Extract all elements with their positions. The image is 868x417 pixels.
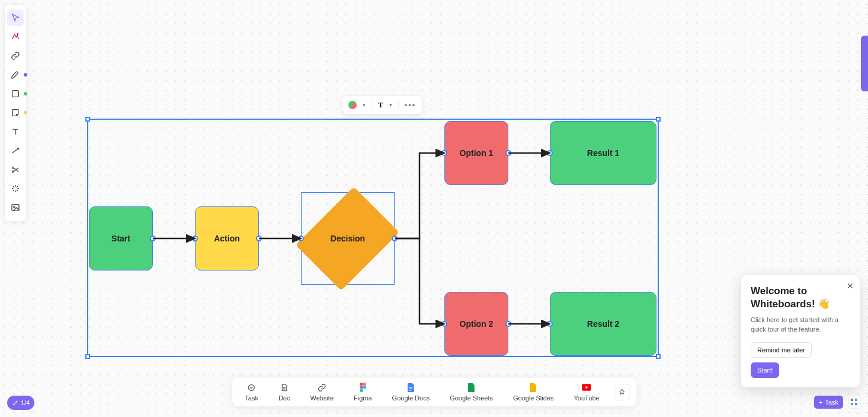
selection-toolbar: ▾ T ▾ ••• (342, 96, 422, 114)
grid-icon (851, 399, 858, 406)
svg-point-8 (363, 383, 366, 386)
insert-label: YouTube (574, 394, 599, 402)
insert-label: Figma (354, 394, 372, 402)
remind-later-button[interactable]: Remind me later (751, 342, 812, 358)
right-edge-tab[interactable] (861, 36, 868, 91)
svg-rect-1 (12, 91, 19, 97)
svg-rect-17 (855, 399, 857, 401)
anchor[interactable] (192, 235, 198, 241)
anchor[interactable] (505, 150, 511, 156)
selection-handle-br[interactable] (656, 354, 661, 359)
insert-label: Google Slides (513, 394, 554, 402)
selection-handle-tr[interactable] (656, 117, 661, 122)
popover-body: Click here to get started with a quick t… (751, 316, 850, 334)
svg-point-10 (363, 386, 366, 389)
tool-ai[interactable] (7, 28, 24, 45)
tool-image[interactable] (7, 199, 24, 216)
color-indicator-sticky (24, 111, 27, 114)
insert-google-slides[interactable]: Google Slides (506, 383, 561, 402)
shape-result1[interactable]: Result 1 (550, 121, 656, 185)
anchor[interactable] (392, 235, 398, 241)
shape-decision-label: Decision (331, 234, 365, 243)
insert-figma[interactable]: Figma (347, 383, 379, 402)
start-button[interactable]: Start! (751, 362, 779, 378)
anchor[interactable] (256, 235, 262, 241)
svg-point-3 (12, 171, 14, 173)
svg-point-7 (360, 383, 363, 386)
text-style-button[interactable]: T (378, 100, 383, 110)
insert-label: Google Sheets (450, 394, 493, 402)
left-toolbar (5, 5, 26, 221)
anchor[interactable] (547, 150, 553, 156)
tool-ai-spark[interactable] (7, 180, 24, 197)
pin-button[interactable] (614, 384, 630, 400)
selection-handle-tl[interactable] (85, 117, 90, 122)
insert-google-sheets[interactable]: Google Sheets (443, 383, 500, 402)
anchor[interactable] (547, 321, 553, 327)
gslide-icon (529, 383, 538, 392)
svg-rect-18 (851, 403, 853, 405)
onboarding-pill[interactable]: 1/4 (7, 396, 34, 410)
tool-cut[interactable] (7, 161, 24, 178)
tool-link[interactable] (7, 47, 24, 64)
tool-connector[interactable] (7, 142, 24, 159)
anchor[interactable] (150, 235, 156, 241)
tool-shape[interactable] (7, 85, 24, 102)
separator (371, 100, 372, 110)
anchor[interactable] (441, 150, 447, 156)
shape-result2[interactable]: Result 2 (550, 292, 656, 356)
more-icon[interactable]: ••• (405, 101, 417, 110)
rocket-icon (12, 400, 18, 406)
svg-rect-14 (409, 390, 411, 390)
close-icon[interactable]: ✕ (847, 281, 854, 291)
caret-icon[interactable]: ▾ (389, 102, 392, 108)
shape-option2-label: Option 2 (460, 319, 494, 329)
gsheet-icon (467, 383, 476, 392)
caret-icon[interactable]: ▾ (363, 102, 366, 108)
insert-label: Google Docs (392, 394, 430, 402)
separator (398, 100, 399, 110)
gdoc-icon (406, 383, 415, 392)
plus-icon: + (819, 399, 822, 406)
shape-start[interactable]: Start (89, 206, 153, 270)
youtube-icon (582, 383, 591, 392)
shape-result1-label: Result 1 (587, 148, 619, 158)
add-task-button[interactable]: + Task (814, 396, 843, 409)
insert-label: Task (245, 394, 258, 402)
insert-website[interactable]: Website (303, 383, 341, 402)
insert-google-docs[interactable]: Google Docs (385, 383, 437, 402)
color-indicator-shape (24, 92, 27, 96)
tool-highlight[interactable] (7, 66, 24, 83)
tool-select[interactable] (7, 9, 24, 26)
svg-point-2 (12, 167, 14, 168)
shape-start-label: Start (111, 234, 130, 243)
svg-point-9 (360, 386, 363, 389)
insert-youtube[interactable]: YouTube (566, 383, 606, 402)
tool-sticky[interactable] (7, 104, 24, 121)
task-button-label: Task (825, 399, 838, 406)
svg-rect-12 (409, 387, 412, 387)
task-icon (247, 383, 257, 392)
svg-rect-16 (851, 399, 853, 401)
tool-text[interactable] (7, 123, 24, 140)
shape-decision[interactable]: Decision (301, 192, 395, 285)
shape-option2[interactable]: Option 2 (444, 292, 508, 356)
shape-action[interactable]: Action (195, 206, 259, 270)
insert-task[interactable]: Task (238, 383, 265, 402)
anchor[interactable] (298, 235, 304, 241)
anchor[interactable] (441, 321, 447, 327)
shape-option1[interactable]: Option 1 (444, 121, 508, 185)
fill-swatch[interactable] (348, 101, 357, 109)
selection-handle-bl[interactable] (85, 354, 90, 359)
insert-label: Doc (278, 394, 290, 402)
svg-rect-13 (409, 389, 412, 389)
insert-doc[interactable]: Doc (271, 383, 297, 402)
welcome-popover: ✕ Welcome to Whiteboards! 👋 Click here t… (741, 275, 860, 387)
link-icon (317, 383, 326, 392)
doc-icon (280, 383, 289, 392)
svg-point-11 (360, 389, 363, 392)
insert-bar: Task Doc Website Figma Google Docs Googl… (232, 378, 636, 406)
anchor[interactable] (505, 321, 511, 327)
apps-button[interactable] (848, 396, 861, 409)
pin-icon (619, 389, 626, 396)
